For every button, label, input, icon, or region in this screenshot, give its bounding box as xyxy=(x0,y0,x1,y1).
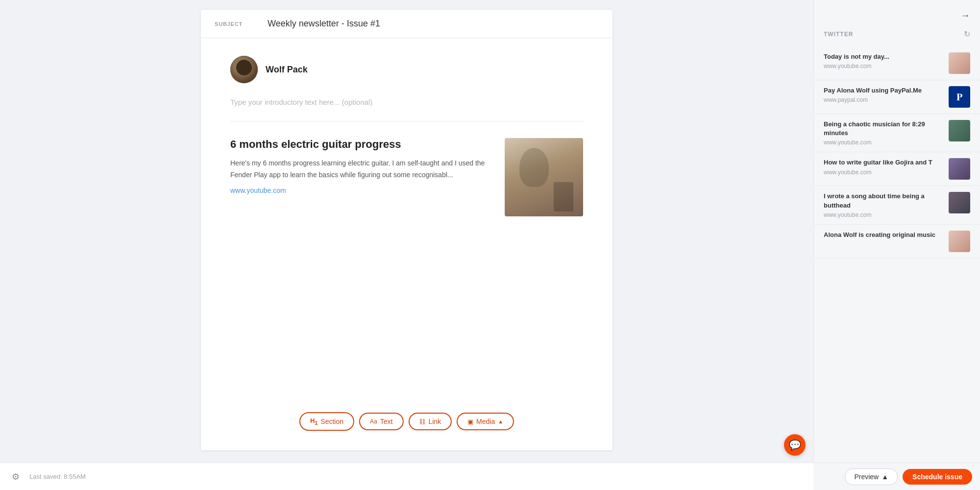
twitter-item[interactable]: Today is not my day... www.youtube.com xyxy=(814,47,980,80)
media-icon: ▣ xyxy=(467,418,473,425)
twitter-title: TWITTER xyxy=(824,31,853,38)
right-sidebar: → 🐦 ··· TWITTER ↻ Today is not my day...… xyxy=(813,0,980,490)
media-label: Media xyxy=(476,418,495,425)
editor-card: SUBJECT Weekly newsletter - Issue #1 Wol… xyxy=(201,10,612,450)
arrow-right-icon: → xyxy=(960,10,970,21)
twitter-item-content: I wrote a song about time being a butthe… xyxy=(824,192,943,218)
article-image xyxy=(505,138,583,216)
thumb-paypal: 𝐏 xyxy=(949,86,970,108)
preview-button[interactable]: Preview ▲ xyxy=(845,468,898,485)
thumb-yt2 xyxy=(949,231,970,252)
thumb-gojira xyxy=(949,158,970,180)
twitter-item-content: Alona Wolf is creating original music xyxy=(824,231,943,241)
chat-icon: 💬 xyxy=(789,439,801,451)
h1-section-button[interactable]: H1 Section xyxy=(299,412,354,431)
preview-label: Preview xyxy=(854,473,879,481)
twitter-item-content: Being a chaotic musician for 8:29 minute… xyxy=(824,120,943,146)
text-label: Text xyxy=(380,418,393,425)
avatar-image xyxy=(230,56,258,83)
media-button[interactable]: ▣ Media ▲ xyxy=(457,413,514,430)
twitter-feed: Today is not my day... www.youtube.com P… xyxy=(814,47,980,258)
twitter-item-title: Pay Alona Wolf using PayPal.Me xyxy=(824,86,943,95)
section-divider xyxy=(230,121,583,121)
twitter-thumb xyxy=(949,158,970,180)
chevron-up-icon: ▲ xyxy=(498,419,503,424)
twitter-item-content: Pay Alona Wolf using PayPal.Me www.paypa… xyxy=(824,86,943,103)
text-button[interactable]: Aa Text xyxy=(359,413,403,430)
article-title[interactable]: 6 months electric guitar progress xyxy=(230,138,493,151)
h1-icon: H1 xyxy=(310,417,318,426)
twitter-item-url: www.youtube.com xyxy=(824,139,943,146)
subject-value[interactable]: Weekly newsletter - Issue #1 xyxy=(268,19,380,29)
twitter-item[interactable]: Alona Wolf is creating original music xyxy=(814,225,980,258)
subject-row: SUBJECT Weekly newsletter - Issue #1 xyxy=(201,10,612,38)
article-body: Here's my 6 months progress learning ele… xyxy=(230,158,493,181)
subject-label: SUBJECT xyxy=(215,21,254,27)
article-link[interactable]: www.youtube.com xyxy=(230,187,286,194)
content-section: 6 months electric guitar progress Here's… xyxy=(201,133,612,231)
thumb-time xyxy=(949,192,970,213)
main-editor: SUBJECT Weekly newsletter - Issue #1 Wol… xyxy=(0,0,813,490)
bottom-toolbar: H1 Section Aa Text ⛓ Link ▣ Media ▲ xyxy=(299,412,514,431)
twitter-item-url: www.youtube.com xyxy=(824,211,943,218)
last-saved-text: Last saved: 8:55AM xyxy=(29,473,86,480)
twitter-thumb xyxy=(949,52,970,74)
twitter-thumb: 𝐏 xyxy=(949,86,970,108)
preview-chevron-icon: ▲ xyxy=(882,473,888,481)
twitter-item[interactable]: I wrote a song about time being a butthe… xyxy=(814,186,980,224)
twitter-item-content: How to write guitar like Gojira and T ww… xyxy=(824,158,943,175)
link-icon: ⛓ xyxy=(419,418,425,425)
link-label: Link xyxy=(428,418,441,425)
settings-gear-icon[interactable]: ⚙ xyxy=(12,471,20,482)
schedule-button[interactable]: Schedule issue xyxy=(903,469,972,485)
twitter-item-url: www.youtube.com xyxy=(824,63,943,70)
twitter-item[interactable]: How to write guitar like Gojira and T ww… xyxy=(814,152,980,186)
twitter-item-title: Alona Wolf is creating original music xyxy=(824,231,943,239)
content-text: 6 months electric guitar progress Here's… xyxy=(230,138,493,195)
twitter-thumb xyxy=(949,231,970,252)
twitter-item-title: Today is not my day... xyxy=(824,52,943,61)
twitter-thumb xyxy=(949,120,970,141)
twitter-item-title: Being a chaotic musician for 8:29 minute… xyxy=(824,120,943,138)
h1-section-label: Section xyxy=(320,418,343,425)
article-image-inner xyxy=(505,138,583,216)
chat-widget-button[interactable]: 💬 xyxy=(784,434,806,456)
twitter-header: TWITTER ↻ xyxy=(814,0,980,47)
twitter-item[interactable]: Being a chaotic musician for 8:29 minute… xyxy=(814,114,980,152)
thumb-yt xyxy=(949,52,970,74)
twitter-thumb xyxy=(949,192,970,213)
link-button[interactable]: ⛓ Link xyxy=(408,413,452,430)
twitter-item-title: How to write guitar like Gojira and T xyxy=(824,158,943,167)
text-icon: Aa xyxy=(370,418,377,425)
twitter-item-url: www.paypal.com xyxy=(824,96,943,103)
twitter-item-url: www.youtube.com xyxy=(824,169,943,176)
arrow-right-button[interactable]: → xyxy=(960,10,970,21)
twitter-item-title: I wrote a song about time being a butthe… xyxy=(824,192,943,210)
refresh-icon[interactable]: ↻ xyxy=(964,29,970,39)
twitter-item[interactable]: Pay Alona Wolf using PayPal.Me www.paypa… xyxy=(814,80,980,114)
thumb-guitar xyxy=(949,120,970,141)
intro-placeholder[interactable]: Type your introductory text here... (opt… xyxy=(201,93,612,116)
header-section: Wolf Pack xyxy=(201,38,612,93)
twitter-item-content: Today is not my day... www.youtube.com xyxy=(824,52,943,70)
avatar xyxy=(230,56,258,83)
brand-name: Wolf Pack xyxy=(266,65,308,75)
action-bar: Preview ▲ Schedule issue xyxy=(813,463,980,490)
